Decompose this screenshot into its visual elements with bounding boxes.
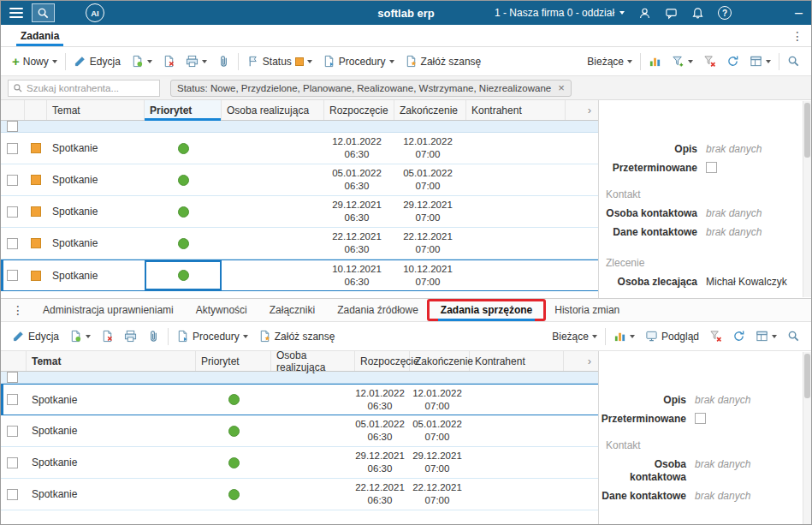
- column-header-rozpoczecie[interactable]: Rozpoczęcie: [324, 100, 394, 120]
- linked-task-row[interactable]: Spotkanie 05.01.202206:30 05.01.202207:0…: [1, 415, 598, 447]
- tab-administracja-uprawnieniami[interactable]: Administracja uprawnieniami: [32, 299, 185, 321]
- panel-scrollbar[interactable]: [803, 352, 811, 525]
- status-color-swatch: [295, 57, 304, 66]
- row-checkbox[interactable]: [7, 143, 18, 154]
- preview-button[interactable]: Podgląd: [640, 325, 704, 348]
- search-button[interactable]: [782, 325, 805, 348]
- edit-button[interactable]: Edycja: [68, 51, 126, 73]
- task-row[interactable]: Spotkanie 29.12.202106:30 29.12.202107:0…: [1, 196, 598, 228]
- contractor-search-input[interactable]: [27, 83, 155, 93]
- linked-task-row-selected[interactable]: Spotkanie 12.01.202206:30 12.01.202207:0…: [1, 384, 598, 415]
- analysis-button[interactable]: [667, 51, 698, 73]
- chart-button[interactable]: [608, 325, 640, 348]
- menu-button[interactable]: [9, 8, 23, 18]
- view-scope-select[interactable]: Bieżące: [547, 325, 602, 348]
- procedures-button[interactable]: Procedury: [171, 325, 253, 348]
- column-header-kontrahent[interactable]: Kontrahent: [466, 100, 566, 120]
- row-checkbox[interactable]: [7, 270, 18, 281]
- create-opportunity-button[interactable]: Załóż szansę: [400, 51, 487, 73]
- procedures-button[interactable]: Procedury: [317, 51, 400, 73]
- cell-kontrahent: [466, 133, 566, 164]
- new-button[interactable]: + Nowy: [7, 51, 62, 73]
- column-header-osoba[interactable]: Osoba realizująca: [271, 351, 355, 371]
- scrollbar-thumb[interactable]: [804, 354, 810, 398]
- column-header-priorytet[interactable]: Priorytet: [145, 100, 222, 120]
- tab-zadania-sprzezone[interactable]: Zadania sprzężone: [430, 299, 543, 321]
- cell-rozpoczecie: 05.01.202206:30: [324, 164, 394, 195]
- chart-button[interactable]: [643, 51, 667, 73]
- tab-aktywnosci[interactable]: Aktywności: [185, 299, 258, 321]
- column-header-temat[interactable]: Temat: [27, 351, 196, 371]
- tab-zadania-zrodlowe[interactable]: Zadania źródłowe: [326, 299, 430, 321]
- cell-priorytet-focused[interactable]: [145, 260, 222, 290]
- refresh-button[interactable]: [721, 51, 744, 73]
- linked-task-row[interactable]: Spotkanie 29.12.202106:30 29.12.202107:0…: [1, 447, 598, 479]
- tab-overflow-button[interactable]: ⋮: [784, 25, 811, 46]
- row-checkbox[interactable]: [7, 457, 18, 468]
- status-filter-chip[interactable]: Status: Nowe, Przydzielone, Planowane, R…: [170, 80, 572, 97]
- select-all-checkbox[interactable]: [7, 372, 18, 383]
- expand-panel-icon[interactable]: ›: [588, 104, 591, 116]
- osoba-kontaktowa-label: Osoba kontaktowa: [599, 207, 706, 220]
- copy-document-button[interactable]: [126, 51, 157, 73]
- bell-icon[interactable]: [691, 7, 704, 20]
- detail-tabs-overflow-button[interactable]: ⋮: [4, 299, 32, 321]
- edit-button[interactable]: Edycja: [7, 325, 64, 348]
- column-header-osoba[interactable]: Osoba realizująca: [222, 100, 324, 120]
- refresh-button[interactable]: [727, 325, 750, 348]
- task-row[interactable]: Spotkanie 05.01.202206:30 05.01.202207:0…: [1, 164, 598, 196]
- row-checkbox[interactable]: [7, 394, 18, 405]
- column-header-priorytet[interactable]: Priorytet: [196, 351, 271, 371]
- view-scope-select[interactable]: Bieżące: [582, 51, 637, 73]
- help-icon[interactable]: ?: [718, 6, 732, 20]
- row-checkbox[interactable]: [7, 238, 18, 249]
- print-button[interactable]: [119, 325, 142, 348]
- select-all-checkbox[interactable]: [7, 121, 18, 132]
- contractor-search-box[interactable]: [8, 80, 160, 97]
- opis-label: Opis: [599, 394, 695, 407]
- tab-zalaczniki[interactable]: Załączniki: [258, 299, 326, 321]
- company-selector[interactable]: 1 - Nasza firma 0 - oddział: [495, 7, 625, 19]
- grid-settings-button[interactable]: [744, 51, 776, 73]
- minimize-icon[interactable]: –: [795, 6, 803, 20]
- attachments-button[interactable]: [212, 51, 235, 73]
- search-button[interactable]: [782, 51, 805, 73]
- task-row[interactable]: Spotkanie 12.01.202206:30 12.01.202207:0…: [1, 133, 598, 164]
- user-icon[interactable]: [638, 7, 651, 20]
- grid-settings-button[interactable]: [750, 325, 782, 348]
- delete-button[interactable]: [157, 51, 181, 73]
- przeterminowane-checkbox[interactable]: [695, 413, 706, 424]
- column-header-temat[interactable]: Temat: [47, 100, 145, 120]
- attachments-button[interactable]: [142, 325, 165, 348]
- chat-icon[interactable]: [665, 7, 678, 20]
- start-time: 06:30: [345, 276, 370, 289]
- delete-button[interactable]: [96, 325, 119, 348]
- close-icon[interactable]: ×: [558, 82, 565, 93]
- column-header-rozpoczecie[interactable]: Rozpoczęcie: [355, 351, 410, 371]
- row-checkbox[interactable]: [7, 426, 18, 437]
- expand-panel-icon[interactable]: ›: [588, 355, 591, 367]
- ai-button[interactable]: AI: [86, 3, 104, 22]
- scrollbar-thumb[interactable]: [804, 103, 810, 158]
- column-header-zakonczenie[interactable]: Zakończenie: [410, 351, 470, 371]
- create-opportunity-button[interactable]: Załóż szansę: [253, 325, 341, 348]
- column-header-kontrahent[interactable]: Kontrahent: [470, 351, 564, 371]
- print-button[interactable]: [181, 51, 212, 73]
- global-search-button[interactable]: [32, 3, 55, 22]
- row-checkbox[interactable]: [7, 175, 18, 186]
- clear-filter-button[interactable]: [698, 51, 721, 73]
- row-checkbox[interactable]: [7, 206, 18, 218]
- clear-filter-button[interactable]: [704, 325, 727, 348]
- procedures-label: Procedury: [193, 331, 240, 343]
- column-header-zakonczenie[interactable]: Zakończenie: [394, 100, 466, 120]
- task-row-selected[interactable]: Spotkanie 10.12.202106:30 10.12.202107:0…: [1, 260, 598, 291]
- tab-historia-zmian[interactable]: Historia zmian: [543, 299, 631, 321]
- linked-task-row[interactable]: Spotkanie 22.12.202106:30 22.12.202107:0…: [1, 479, 598, 510]
- przeterminowane-checkbox[interactable]: [706, 162, 717, 173]
- task-row[interactable]: Spotkanie 22.12.202106:30 22.12.202107:0…: [1, 228, 598, 260]
- row-checkbox[interactable]: [7, 489, 18, 500]
- status-button[interactable]: Status: [241, 51, 317, 73]
- tab-zadania[interactable]: Zadania: [16, 25, 63, 46]
- copy-document-button[interactable]: [64, 325, 96, 348]
- panel-scrollbar[interactable]: [803, 101, 811, 297]
